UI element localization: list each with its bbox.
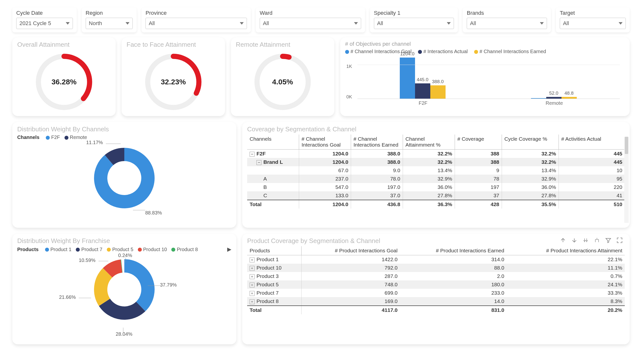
table-row[interactable]: +Product 7699.0233.033.3% — [247, 289, 625, 297]
expand-icon[interactable]: + — [250, 282, 254, 288]
dot-icon — [171, 248, 175, 252]
card-title: Face to Face Attainment — [127, 41, 220, 48]
card-remote-attainment: Remote Attainment 4.05% — [231, 38, 334, 116]
table-row[interactable]: −Brand L1204.0388.032.2%38832.2%445 — [247, 158, 625, 166]
select-value: All — [470, 20, 476, 26]
chevron-down-icon — [66, 22, 70, 24]
table-row[interactable]: C133.037.027.8%3727.8%41 — [247, 191, 625, 200]
legend-title: Channels — [17, 134, 39, 140]
col-goal[interactable]: # Product Interactions Goal — [301, 246, 400, 255]
product-coverage-table: Products # Product Interactions Goal # P… — [247, 246, 625, 314]
filter-label: Ward — [260, 10, 361, 16]
focus-mode-icon[interactable] — [615, 236, 624, 244]
legend-item[interactable]: Product 7 — [76, 247, 102, 252]
region-select[interactable]: North — [86, 18, 133, 29]
donut-slice[interactable] — [101, 154, 148, 202]
col-products[interactable]: Products — [247, 246, 301, 255]
visual-toolbar — [559, 236, 624, 244]
table-row[interactable]: +Product 3287.02.00.7% — [247, 272, 625, 280]
row-gauges: Overall Attainment 36.28% Face to Face A… — [12, 38, 630, 116]
table-row[interactable]: 67.09.013.4%913.4%10 — [247, 166, 625, 174]
legend-item[interactable]: Product 1 — [45, 247, 72, 252]
row-franchise-product: Distribution Weight By Franchise Product… — [12, 234, 630, 344]
gauge-overall: 36.28% — [17, 50, 111, 114]
col-channels[interactable]: Channels — [247, 134, 299, 150]
scrollbar[interactable] — [624, 137, 629, 223]
filter-icon[interactable] — [604, 236, 612, 244]
table-row[interactable]: Total1204.0436.836.3%42835.5%510 — [247, 200, 625, 208]
legend-earned: # Channel Interactions Earned — [474, 49, 546, 54]
chart-legend: # Channel Interactions Goal # Interactio… — [345, 49, 625, 54]
drill-down-icon[interactable] — [570, 236, 578, 244]
card-title: # of Objectives per channel — [345, 41, 625, 47]
gauge-value: 36.28% — [52, 78, 77, 86]
specialty1-select[interactable]: All — [374, 18, 454, 29]
col-earned[interactable]: # Product Interactions Earned — [400, 246, 507, 255]
legend-item[interactable]: Product 5 — [107, 247, 133, 252]
donut-legend: Products Product 1Product 7Product 5Prod… — [17, 246, 231, 252]
collapse-icon[interactable]: − — [250, 152, 254, 157]
table-row[interactable]: +Product 5748.0180.024.1% — [247, 280, 625, 289]
card-coverage: Coverage by Segmentation & Channel Chann… — [242, 122, 630, 228]
dot-icon — [45, 248, 49, 252]
bar-earned[interactable] — [561, 97, 577, 98]
dot-icon — [65, 136, 69, 140]
col-coverage[interactable]: # Coverage — [455, 134, 502, 150]
target-select[interactable]: All — [560, 18, 626, 29]
legend-title: Products — [17, 247, 39, 252]
table-row[interactable]: +Product 10792.088.011.1% — [247, 264, 625, 272]
donut-label: 37.79% — [160, 282, 177, 288]
dot-icon — [474, 50, 478, 54]
brands-select[interactable]: All — [467, 18, 547, 29]
province-select[interactable]: All — [145, 18, 247, 29]
legend-item[interactable]: Product 10 — [138, 247, 167, 252]
donut-slice[interactable] — [109, 154, 124, 160]
legend-item[interactable]: F2F — [46, 134, 60, 140]
donut-slice[interactable] — [108, 266, 121, 273]
card-title: Remote Attainment — [236, 41, 329, 48]
table-row[interactable]: +Product 11422.0314.022.1% — [247, 255, 625, 264]
scrollbar-thumb[interactable] — [625, 137, 628, 154]
bar-goal[interactable] — [400, 58, 415, 98]
chevron-down-icon — [619, 22, 622, 24]
donut-slice[interactable] — [104, 302, 141, 313]
card-title: Distribution Weight By Franchise — [17, 237, 231, 245]
table-row[interactable]: B547.0197.036.0%19736.0%220 — [247, 183, 625, 191]
collapse-icon[interactable]: − — [256, 160, 261, 165]
bar-actual[interactable] — [415, 84, 430, 98]
col-cycle-coverage[interactable]: Cycle Coverage % — [502, 134, 559, 150]
dot-icon — [46, 136, 50, 140]
drill-up-icon[interactable] — [559, 236, 567, 244]
bar-goal[interactable] — [531, 98, 546, 98]
col-activities[interactable]: # Activities Actual — [559, 134, 625, 150]
legend-item[interactable]: Product 8 — [171, 247, 198, 252]
hierarchy-icon[interactable] — [593, 236, 601, 244]
legend-item[interactable]: Remote — [65, 134, 87, 140]
donut-slice[interactable] — [101, 273, 108, 302]
col-attainment[interactable]: # Product Interactions Attainment — [507, 246, 625, 255]
donut-svg — [87, 141, 161, 215]
expand-icon[interactable]: + — [250, 291, 254, 296]
bar-earned[interactable] — [430, 85, 446, 98]
table-row[interactable]: +Product 8169.014.08.3% — [247, 297, 625, 306]
filter-label: Cycle Date — [16, 10, 73, 16]
bar-actual[interactable] — [546, 97, 561, 98]
table-row[interactable]: A237.078.032.9%7832.9%95 — [247, 174, 625, 183]
expand-icon[interactable]: + — [250, 266, 254, 271]
col-earned[interactable]: # Channel Interactions Earned — [351, 134, 403, 150]
expand-down-icon[interactable] — [581, 236, 590, 244]
legend-items: Product 1Product 7Product 5Product 10Pro… — [45, 247, 202, 252]
col-attainment[interactable]: Channel Attainmment % — [403, 134, 455, 150]
col-goal[interactable]: # Channel Interactions Goal — [299, 134, 351, 150]
cycle-date-select[interactable]: 2021 Cycle 5 — [16, 18, 73, 29]
expand-icon[interactable]: + — [250, 258, 254, 262]
table-row[interactable]: −F2F1204.0388.032.2%38832.2%445 — [247, 150, 625, 158]
donut-slice[interactable] — [124, 266, 148, 306]
expand-icon[interactable]: + — [250, 274, 254, 279]
filter-ward: Ward All — [256, 8, 365, 32]
expand-icon[interactable]: + — [250, 299, 254, 304]
ward-select[interactable]: All — [260, 18, 361, 29]
legend-more-icon[interactable]: ▶ — [227, 246, 231, 252]
bar-label: 1204.0 — [400, 51, 414, 56]
filter-cycle-date: Cycle Date 2021 Cycle 5 — [12, 8, 77, 32]
